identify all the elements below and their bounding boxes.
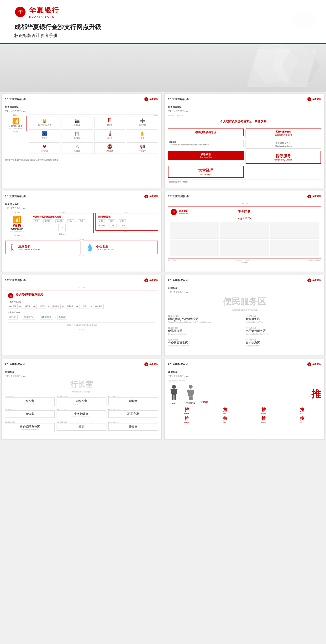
- flow-arrow-a: →: [106, 220, 107, 222]
- sign-emergency-help: 紧急求助 Emergency Help: [168, 151, 244, 164]
- panel-s21-left: 2.1 金属标识设计 华 华夏银行 区域标识 主签：于铸锦 单位：mm 便民服务…: [164, 275, 324, 356]
- consulting-sign-box: 咨询投诉接待专区: [168, 128, 244, 136]
- panel-s12-r-title: 1.2 亚克力展板设计: [168, 194, 191, 198]
- metal-item-06-num: 06: 650*210: [246, 339, 321, 341]
- pp-5-cn: 推: [168, 416, 205, 421]
- atm-icon: 🏧: [30, 131, 59, 136]
- room-02-box: 副行长室 Deputy General Manager: [57, 398, 106, 406]
- pp-2-cn: 拉: [206, 407, 244, 412]
- room-05-box: 业务洽谈室 Business Negotiating Room: [57, 410, 106, 419]
- icon-warning-label: 安全提示: [74, 150, 80, 152]
- push-pull-big-area: 50 79 推 PUSH: [201, 385, 321, 403]
- huaxia-logo-icon: 华: [14, 6, 26, 18]
- caution-step-icon: 🚶: [8, 244, 16, 251]
- svg-text:华: 华: [146, 364, 147, 366]
- panel-s12-l-title: 1.2 亚克力展板设计: [5, 278, 28, 282]
- panel-s12-r-logo: 华 华夏银行: [307, 194, 321, 198]
- metal-item-03-en: Public Education Service Area: [168, 345, 244, 347]
- room-08-box: 机房: [57, 423, 106, 430]
- sign-finance-area: 个人理财及代理销售专区（录音录像）: [168, 118, 321, 126]
- service-board-logo-text: 华夏银行 HUAXIA BANK: [179, 210, 188, 214]
- panel-logo-text-s12l: 华夏银行: [149, 279, 158, 282]
- dim-120-top: 120mm: [29, 114, 158, 116]
- metal-item-03-num: 03: 940*210: [168, 339, 244, 341]
- firstaid-icon: ➕: [128, 118, 157, 124]
- room-05-num: 05: 336*113: [57, 408, 106, 410]
- panel-s21-l-title: 2.1 金属标识设计: [168, 278, 188, 282]
- room-03-box: 理财室: [108, 398, 158, 405]
- caution-wet-cn: 小心地滑: [96, 244, 114, 249]
- flow-arrow-1: →: [19, 305, 21, 308]
- room-01: 01: 236*113 行长室 General Manager: [5, 395, 55, 406]
- sign-office-area: 办公区域互通处 Office Area Intersharing: [246, 140, 321, 149]
- icon-firstaid: ➕ 急救药箱: [127, 116, 158, 128]
- flow-step-5: 完成: [78, 219, 85, 223]
- main-content: 1.1 亚克力标识设计 华 华夏银行 服务提示标识 主签：蓝东方 单位：mm 1…: [0, 92, 326, 441]
- service-board-logo: 华: [170, 208, 177, 216]
- flow-box-satisfied: 客户满意: [94, 304, 104, 309]
- flow-step-c: 步骤3: [119, 219, 126, 223]
- wifi-large-panel: 140mm 📶 Wi Fi 免费无线上网 Free Wi-Fi Service …: [5, 212, 29, 236]
- panel-s12-left: 1.2 亚克力展板设计 华 华夏银行 1250mm 华: [2, 275, 162, 356]
- icon-line-label: 请勿越线: [74, 137, 80, 139]
- room-01-box: 行长室 General Manager: [5, 398, 55, 406]
- room-09-cn: 贵宾室: [110, 425, 156, 429]
- room-04: 04: 236*113 会议室: [5, 408, 55, 419]
- room-04-box: 会议室: [5, 410, 55, 418]
- sign-warm-notice: 温馨提示 本行职员在为客户服务期间可能会对客户进行录像录制...: [168, 140, 244, 149]
- caution-height-dim: 150mm: [5, 254, 158, 256]
- room-05-en: Business Negotiating Room: [58, 416, 105, 418]
- logo-cn: 华夏银行: [29, 6, 60, 14]
- s21-l-spec: 主签：于铸锦 单位：mm: [168, 291, 321, 294]
- svg-point-34: [189, 385, 193, 389]
- warm-notice-text: 本行职员在为客户服务期间可能会对客户进行录像录制...: [169, 144, 211, 146]
- wifi-icon: 📶: [7, 118, 24, 125]
- panel-s11-left-header: 1.1 亚克力标识设计 华 华夏银行: [5, 97, 158, 103]
- staff-card-1: [170, 222, 219, 239]
- icon-fire-label: 灭火器: [107, 137, 112, 139]
- dim-210: 210mm: [168, 114, 174, 116]
- s11-right-signs-area: 个人理财及代理销售专区（录音录像） 咨询投诉接待专区 紧急10报警按铃 装置急情…: [168, 118, 321, 184]
- push-pull-5: 推 PUSH: [168, 416, 205, 424]
- s12-l-dim: 1250mm: [5, 286, 158, 288]
- caution-wet-icon: 💧: [86, 244, 94, 251]
- svg-text:华: 华: [10, 295, 12, 297]
- svg-text:华: 华: [308, 196, 310, 198]
- content-row-3: 1.2 亚克力展板设计 华 华夏银行 1250mm 华: [0, 273, 326, 357]
- room-04-num: 04: 236*113: [5, 408, 55, 410]
- icon-notice-board-label: 守护提示: [139, 150, 146, 152]
- room-big-cn: 行长室: [5, 379, 158, 390]
- push-num-50: 50: [201, 385, 321, 388]
- panel-s12-r-header: 1.2 亚克力展板设计 华 华夏银行: [168, 194, 321, 200]
- service-board-footer: 网点：地址 联系电话：011TT www.hxb.com.cn: [168, 260, 321, 262]
- panel-logo-icon-r2: 华: [144, 194, 148, 198]
- flow-arrow-d: →: [107, 224, 109, 227]
- flow-row-2: 步骤1 → 步骤2 → 步骤3: [98, 219, 156, 223]
- flow-step-4: 确认: [67, 219, 75, 223]
- person-woman: WOMAN: [185, 384, 197, 404]
- emergency-alarm-cn: 紧急10报警按铃: [276, 130, 291, 133]
- icon-heart-label: 心灵家园: [41, 150, 48, 152]
- emergency-help-cn: 紧急求助: [170, 152, 242, 156]
- room-09-num: 09: 236*113: [108, 421, 158, 423]
- room-06-cn: 职工之家: [110, 412, 156, 416]
- consulting-cn: 咨询投诉接待专区: [170, 131, 241, 134]
- push-pull-7: 推 PUSH: [245, 416, 282, 424]
- nosmoking-icon: 🚭: [96, 144, 124, 149]
- hall-manager-cn: 大堂经理: [170, 168, 241, 173]
- s11-r2-section-label: 服务提示标识: [5, 203, 158, 206]
- svg-text:华: 华: [308, 280, 310, 282]
- svg-rect-39: [191, 396, 193, 400]
- icon-camera-label: 监控录像: [74, 124, 80, 126]
- flow-board-qr: QR: [33, 224, 91, 231]
- flow-board-box-2: 业务操作流程 步骤1 → 步骤2 → 步骤3 输入密码 → 取单 →: [96, 213, 158, 230]
- washroom-spec: 卫生间调试: 85*350: [168, 379, 321, 382]
- panel-s21-m-header: 2.1 金属标识设计 华 华夏银行: [5, 362, 158, 368]
- caution-step-en: CAUTION MIND YOUR STEP: [18, 249, 41, 250]
- icon-hand: ✋ 小心夹手: [127, 130, 158, 141]
- panel-s11-right-header: 1.1 亚克力标识设计 华 华夏银行: [168, 97, 321, 103]
- header-decor: [269, 5, 316, 34]
- icon-warning: ⚠ 安全提示: [62, 142, 93, 154]
- metal-item-04: 04: 670*210 智能服务区 Intelligent Service Ar…: [246, 314, 321, 324]
- logo-area: 华 华夏银行 HUAXIA BANK: [14, 6, 312, 18]
